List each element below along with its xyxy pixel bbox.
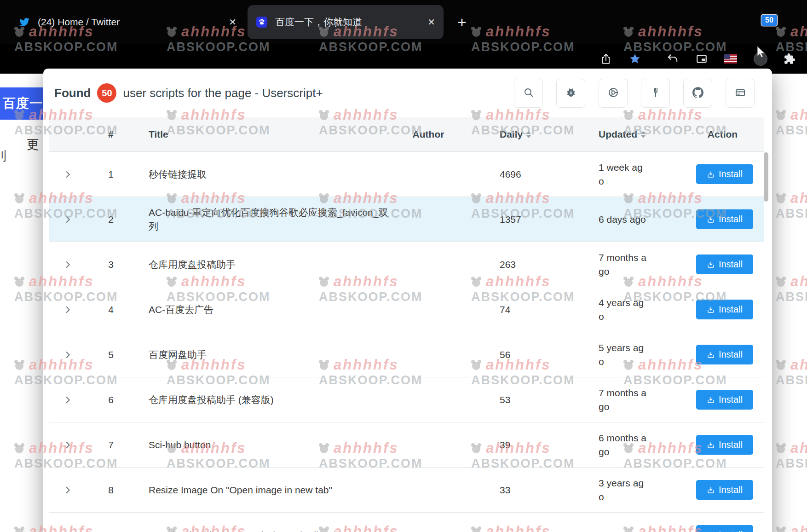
install-button[interactable]: Install <box>696 525 753 532</box>
search-button[interactable] <box>514 79 543 108</box>
install-icon <box>707 215 715 224</box>
table-row: 7 Sci-hub button 39 6 months ago Install <box>49 422 764 468</box>
share-icon[interactable] <box>599 52 613 66</box>
row-index: 1 <box>88 169 134 180</box>
header-index: # <box>88 129 134 140</box>
row-index: 6 <box>88 394 134 405</box>
expand-chevron-icon[interactable] <box>63 485 73 495</box>
github-button[interactable] <box>683 79 712 108</box>
script-title[interactable]: Google Hit Hider by Domain (Search Filte… <box>134 528 396 532</box>
page-text-fragment-left: 刂 <box>0 148 8 165</box>
script-title[interactable]: 秒传链接提取 <box>134 168 396 181</box>
script-title[interactable]: 仓库用度盘投稿助手 <box>134 258 396 272</box>
baidu-icon <box>256 16 268 28</box>
header-title: Title <box>134 127 396 141</box>
install-icon <box>707 306 715 314</box>
extensions-puzzle-icon[interactable] <box>783 52 796 66</box>
expand-chevron-icon[interactable] <box>63 395 73 405</box>
install-icon <box>707 441 715 449</box>
daily-installs: 263 <box>461 259 569 270</box>
scripts-table: # Title Author Daily Updated Action 1 秒传… <box>49 117 764 532</box>
expand-chevron-icon[interactable] <box>63 260 73 270</box>
card-button[interactable] <box>726 79 755 108</box>
tab-close-icon[interactable]: ✕ <box>229 17 236 28</box>
table-row: 1 秒传链接提取 4696 1 week ago Install <box>49 152 764 197</box>
popup-subtitle: user scripts for the page - Userscript+ <box>123 86 323 100</box>
install-icon <box>707 351 715 359</box>
expand-chevron-icon[interactable] <box>63 530 73 532</box>
expand-chevron-icon[interactable] <box>63 214 73 225</box>
greasyfork-button[interactable] <box>641 79 670 108</box>
tab-title: 百度一下，你就知道 <box>275 16 422 29</box>
install-button[interactable]: Install <box>696 390 753 410</box>
daily-installs: 74 <box>461 304 569 315</box>
twitter-icon <box>18 16 30 28</box>
expand-chevron-icon[interactable] <box>63 305 73 315</box>
undo-arrow-icon[interactable] <box>666 52 680 66</box>
daily-installs: 56 <box>461 349 569 360</box>
script-title[interactable]: 仓库用度盘投稿助手 (兼容版) <box>134 393 396 407</box>
chrome-store-button[interactable] <box>599 79 628 108</box>
tab-title: (24) Home / Twitter <box>38 17 223 28</box>
install-button[interactable]: Install <box>696 480 753 500</box>
daily-installs: 1357 <box>461 214 569 225</box>
search-icon <box>523 87 534 99</box>
install-button[interactable]: Install <box>696 254 753 274</box>
expand-chevron-icon[interactable] <box>63 169 73 179</box>
updated-time: 6 days ago <box>569 213 681 226</box>
updated-time: 5 years ago <box>569 341 681 369</box>
tab-close-icon[interactable]: ✕ <box>427 17 435 28</box>
install-button[interactable]: Install <box>696 300 753 319</box>
updated-time: 6 months ago <box>569 431 681 459</box>
new-tab-button[interactable]: + <box>457 14 467 30</box>
install-icon <box>707 486 715 494</box>
found-label: Found <box>54 86 91 100</box>
script-title[interactable]: 百度网盘助手 <box>134 348 396 362</box>
screenshot-root: 百度一下 更 刂 (24) Home / Twitter ✕ 百度一下，你就知道… <box>0 0 807 532</box>
script-title[interactable]: Resize Image On "Open image in new tab" <box>134 483 396 497</box>
mouse-cursor <box>755 45 767 58</box>
row-index: 7 <box>88 439 134 451</box>
browser-tab-baidu[interactable]: 百度一下，你就知道 ✕ <box>248 5 444 39</box>
header-daily-sort[interactable]: Daily <box>461 129 569 140</box>
updated-time: 4 years ago <box>569 296 681 324</box>
install-button[interactable]: Install <box>696 435 753 455</box>
install-icon <box>707 396 715 404</box>
bug-icon <box>565 87 576 99</box>
install-button[interactable]: Install <box>696 345 753 364</box>
updated-time: 1 week ago <box>569 161 681 188</box>
bug-report-button[interactable] <box>556 79 585 108</box>
table-row: 6 仓库用度盘投稿助手 (兼容版) 53 7 months ago Instal… <box>49 377 764 422</box>
popup-toolbar <box>514 79 755 108</box>
script-title[interactable]: AC-baidu-重定向优化百度搜狗谷歌必应搜索_favicon_双列 <box>134 206 396 233</box>
updated-time: 3 years ago <box>569 476 681 504</box>
sort-icon <box>526 131 531 138</box>
table-row: 9 Google Hit Hider by Domain (Search Fil… <box>49 513 764 532</box>
install-button[interactable]: Install <box>696 209 753 229</box>
expand-chevron-icon[interactable] <box>63 440 73 450</box>
header-updated-sort[interactable]: Updated <box>569 127 681 141</box>
daily-installs: 39 <box>461 439 569 451</box>
sort-icon <box>641 131 646 138</box>
header-action: Action <box>681 129 764 140</box>
table-row: 4 AC-百度去广告 74 4 years ago Install <box>49 287 764 332</box>
install-icon <box>707 260 715 269</box>
expand-chevron-icon[interactable] <box>63 350 73 360</box>
chrome-icon <box>608 87 619 99</box>
browser-tab-twitter[interactable]: (24) Home / Twitter ✕ <box>10 5 245 39</box>
picture-in-picture-icon[interactable] <box>695 52 709 66</box>
row-index: 5 <box>88 349 134 360</box>
script-title[interactable]: Sci-hub button <box>134 438 396 452</box>
script-title[interactable]: AC-百度去广告 <box>134 303 396 317</box>
row-index: 9 <box>88 530 134 532</box>
us-flag-icon[interactable] <box>724 52 738 66</box>
found-count-badge: 50 <box>97 83 116 103</box>
browser-tab-bar: (24) Home / Twitter ✕ 百度一下，你就知道 ✕ + <box>0 0 807 44</box>
scrollbar-thumb[interactable] <box>764 152 768 202</box>
updated-time <box>569 528 681 532</box>
bookmark-star-icon[interactable] <box>628 52 642 66</box>
table-row: 8 Resize Image On "Open image in new tab… <box>49 468 764 513</box>
row-index: 2 <box>88 214 134 225</box>
install-button[interactable]: Install <box>696 164 753 184</box>
table-row: 3 仓库用度盘投稿助手 263 7 months ago Install <box>49 242 764 287</box>
